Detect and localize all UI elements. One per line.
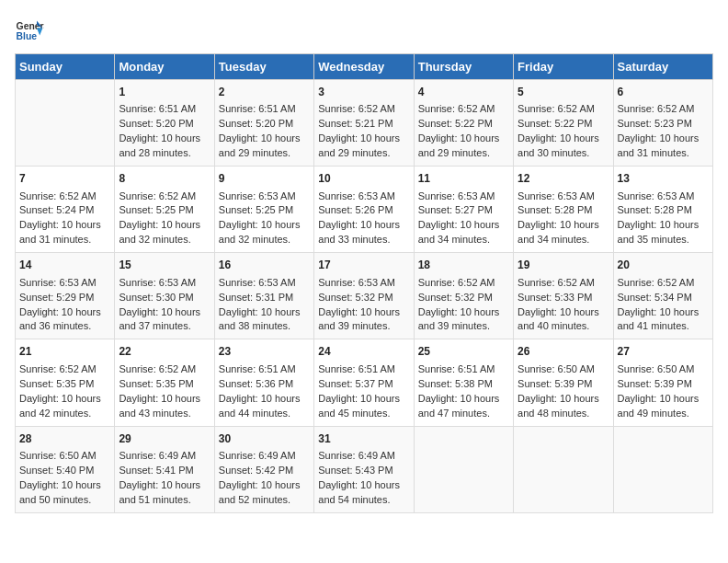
day-number: 29 [119, 431, 210, 447]
day-number: 19 [518, 258, 609, 273]
column-header-wednesday: Wednesday [314, 54, 414, 80]
column-header-sunday: Sunday [16, 54, 115, 80]
day-number: 15 [119, 258, 210, 273]
day-number: 5 [518, 85, 609, 100]
day-info: Sunrise: 6:52 AM Sunset: 5:35 PM Dayligh… [19, 362, 110, 421]
day-number: 24 [318, 344, 409, 360]
day-number: 20 [618, 258, 709, 273]
day-info: Sunrise: 6:50 AM Sunset: 5:40 PM Dayligh… [19, 449, 110, 508]
day-number: 17 [318, 258, 409, 273]
day-number: 12 [518, 171, 609, 187]
calendar-cell: 27Sunrise: 6:50 AM Sunset: 5:39 PM Dayli… [613, 339, 712, 426]
svg-marker-3 [37, 28, 42, 35]
day-info: Sunrise: 6:49 AM Sunset: 5:43 PM Dayligh… [318, 449, 409, 508]
column-header-tuesday: Tuesday [214, 54, 313, 80]
day-info: Sunrise: 6:52 AM Sunset: 5:33 PM Dayligh… [518, 276, 609, 335]
calendar-cell [514, 426, 613, 512]
day-number: 9 [219, 171, 310, 187]
day-number: 8 [119, 171, 210, 187]
day-info: Sunrise: 6:53 AM Sunset: 5:32 PM Dayligh… [318, 276, 409, 335]
day-number: 31 [318, 431, 409, 447]
calendar-cell: 7Sunrise: 6:52 AM Sunset: 5:24 PM Daylig… [16, 167, 115, 253]
day-info: Sunrise: 6:52 AM Sunset: 5:34 PM Dayligh… [618, 276, 709, 335]
day-number: 3 [318, 85, 409, 100]
calendar-cell: 22Sunrise: 6:52 AM Sunset: 5:35 PM Dayli… [115, 339, 214, 426]
calendar-cell: 26Sunrise: 6:50 AM Sunset: 5:39 PM Dayli… [514, 339, 613, 426]
day-info: Sunrise: 6:51 AM Sunset: 5:38 PM Dayligh… [418, 362, 509, 421]
day-number: 2 [219, 85, 310, 100]
day-info: Sunrise: 6:49 AM Sunset: 5:42 PM Dayligh… [219, 449, 310, 508]
day-info: Sunrise: 6:49 AM Sunset: 5:41 PM Dayligh… [119, 449, 210, 508]
day-number: 25 [418, 344, 509, 360]
day-info: Sunrise: 6:53 AM Sunset: 5:28 PM Dayligh… [518, 190, 609, 248]
day-info: Sunrise: 6:52 AM Sunset: 5:22 PM Dayligh… [418, 102, 509, 161]
calendar-row-0: 1Sunrise: 6:51 AM Sunset: 5:20 PM Daylig… [16, 80, 713, 167]
day-number: 21 [19, 344, 110, 360]
column-header-saturday: Saturday [613, 54, 712, 80]
calendar-cell: 11Sunrise: 6:53 AM Sunset: 5:27 PM Dayli… [414, 167, 513, 253]
calendar-cell: 19Sunrise: 6:52 AM Sunset: 5:33 PM Dayli… [514, 253, 613, 339]
calendar-cell: 16Sunrise: 6:53 AM Sunset: 5:31 PM Dayli… [214, 253, 313, 339]
column-header-monday: Monday [115, 54, 214, 80]
calendar-cell: 20Sunrise: 6:52 AM Sunset: 5:34 PM Dayli… [613, 253, 712, 339]
calendar-row-2: 14Sunrise: 6:53 AM Sunset: 5:29 PM Dayli… [16, 253, 713, 339]
day-info: Sunrise: 6:53 AM Sunset: 5:26 PM Dayligh… [318, 190, 409, 248]
calendar-cell: 4Sunrise: 6:52 AM Sunset: 5:22 PM Daylig… [414, 80, 513, 167]
day-info: Sunrise: 6:51 AM Sunset: 5:20 PM Dayligh… [119, 102, 210, 161]
day-number: 1 [119, 85, 210, 100]
day-number: 18 [418, 258, 509, 273]
day-number: 30 [219, 431, 310, 447]
day-number: 6 [618, 85, 709, 100]
day-number: 28 [19, 431, 110, 447]
day-info: Sunrise: 6:51 AM Sunset: 5:36 PM Dayligh… [219, 362, 310, 421]
day-number: 11 [418, 171, 509, 187]
calendar-header-row: SundayMondayTuesdayWednesdayThursdayFrid… [16, 54, 713, 80]
day-number: 4 [418, 85, 509, 100]
day-number: 14 [19, 258, 110, 273]
calendar-cell [414, 426, 513, 512]
day-info: Sunrise: 6:52 AM Sunset: 5:35 PM Dayligh… [119, 362, 210, 421]
calendar-row-4: 28Sunrise: 6:50 AM Sunset: 5:40 PM Dayli… [16, 426, 713, 512]
column-header-friday: Friday [514, 54, 613, 80]
calendar-row-3: 21Sunrise: 6:52 AM Sunset: 5:35 PM Dayli… [16, 339, 713, 426]
calendar-cell [16, 80, 115, 167]
calendar-cell: 13Sunrise: 6:53 AM Sunset: 5:28 PM Dayli… [613, 167, 712, 253]
day-number: 13 [618, 171, 709, 187]
day-number: 27 [618, 344, 709, 360]
column-header-thursday: Thursday [414, 54, 513, 80]
logo-icon: General Blue [15, 15, 44, 44]
calendar-cell: 31Sunrise: 6:49 AM Sunset: 5:43 PM Dayli… [314, 426, 414, 512]
calendar-row-1: 7Sunrise: 6:52 AM Sunset: 5:24 PM Daylig… [16, 167, 713, 253]
day-info: Sunrise: 6:52 AM Sunset: 5:23 PM Dayligh… [618, 102, 709, 161]
day-info: Sunrise: 6:52 AM Sunset: 5:25 PM Dayligh… [119, 190, 210, 248]
calendar-cell: 24Sunrise: 6:51 AM Sunset: 5:37 PM Dayli… [314, 339, 414, 426]
calendar-cell [613, 426, 712, 512]
calendar-cell: 29Sunrise: 6:49 AM Sunset: 5:41 PM Dayli… [115, 426, 214, 512]
svg-text:Blue: Blue [17, 31, 38, 41]
day-info: Sunrise: 6:52 AM Sunset: 5:21 PM Dayligh… [318, 102, 409, 161]
calendar-cell: 21Sunrise: 6:52 AM Sunset: 5:35 PM Dayli… [16, 339, 115, 426]
day-number: 10 [318, 171, 409, 187]
calendar-cell: 18Sunrise: 6:52 AM Sunset: 5:32 PM Dayli… [414, 253, 513, 339]
day-info: Sunrise: 6:51 AM Sunset: 5:37 PM Dayligh… [318, 362, 409, 421]
day-info: Sunrise: 6:52 AM Sunset: 5:32 PM Dayligh… [418, 276, 509, 335]
day-info: Sunrise: 6:53 AM Sunset: 5:25 PM Dayligh… [219, 190, 310, 248]
day-number: 26 [518, 344, 609, 360]
day-info: Sunrise: 6:53 AM Sunset: 5:30 PM Dayligh… [119, 276, 210, 335]
day-info: Sunrise: 6:50 AM Sunset: 5:39 PM Dayligh… [518, 362, 609, 421]
calendar-cell: 23Sunrise: 6:51 AM Sunset: 5:36 PM Dayli… [214, 339, 313, 426]
calendar-cell: 30Sunrise: 6:49 AM Sunset: 5:42 PM Dayli… [214, 426, 313, 512]
calendar-cell: 8Sunrise: 6:52 AM Sunset: 5:25 PM Daylig… [115, 167, 214, 253]
day-number: 16 [219, 258, 310, 273]
calendar-cell: 25Sunrise: 6:51 AM Sunset: 5:38 PM Dayli… [414, 339, 513, 426]
day-info: Sunrise: 6:53 AM Sunset: 5:28 PM Dayligh… [618, 190, 709, 248]
day-number: 22 [119, 344, 210, 360]
calendar-cell: 15Sunrise: 6:53 AM Sunset: 5:30 PM Dayli… [115, 253, 214, 339]
calendar-cell: 5Sunrise: 6:52 AM Sunset: 5:22 PM Daylig… [514, 80, 613, 167]
calendar-cell: 3Sunrise: 6:52 AM Sunset: 5:21 PM Daylig… [314, 80, 414, 167]
day-number: 23 [219, 344, 310, 360]
calendar-cell: 9Sunrise: 6:53 AM Sunset: 5:25 PM Daylig… [214, 167, 313, 253]
calendar-table: SundayMondayTuesdayWednesdayThursdayFrid… [15, 53, 713, 513]
day-number: 7 [19, 171, 110, 187]
calendar-cell: 14Sunrise: 6:53 AM Sunset: 5:29 PM Dayli… [16, 253, 115, 339]
